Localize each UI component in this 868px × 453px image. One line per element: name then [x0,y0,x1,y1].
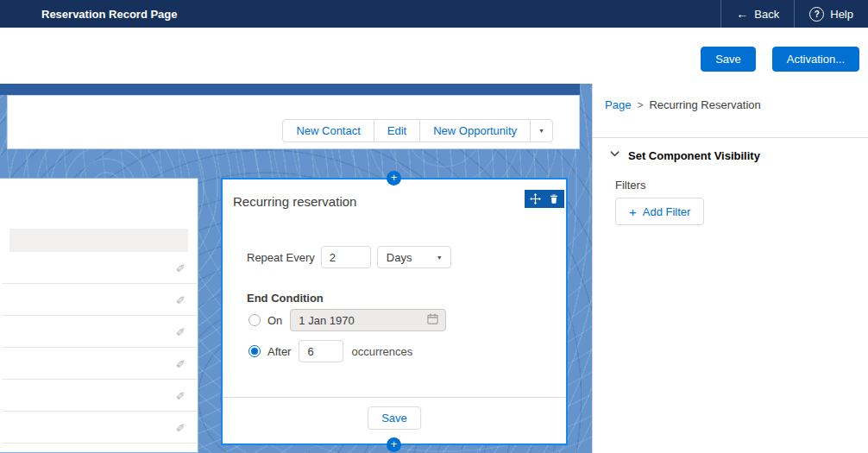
on-label: On [267,314,282,327]
edit-pencil-icon[interactable]: ✎ [174,295,187,305]
detail-section-header [9,229,188,252]
add-component-below-button[interactable]: + [387,437,401,452]
trash-icon[interactable] [549,193,559,204]
help-button[interactable]: ? Help [794,0,868,28]
app-header: Reservation Record Page ← Back ? Help [0,0,868,28]
header-actions: ← Back ? Help [720,0,868,28]
select-arrow-icon: ▼ [437,255,443,261]
chevron-down-icon: ▼ [538,128,544,134]
detail-field-list: ✎ ✎ ✎ ✎ ✎ ✎ [3,252,197,452]
help-label: Help [830,8,853,21]
add-component-above-button[interactable]: + [387,171,401,186]
add-filter-button[interactable]: + Add Filter [615,198,704,225]
detail-field-row: ✎ [3,284,197,316]
occurrences-input[interactable] [299,340,343,362]
detail-field-row: ✎ [3,380,197,412]
calendar-icon [427,313,438,327]
help-icon: ? [809,7,824,22]
chevron-down-icon [609,148,620,163]
component-toolbar [525,190,564,208]
edit-button[interactable]: Edit [374,119,420,142]
component-title: Recurring reservation [233,194,356,209]
breadcrumb: Page > Recurring Reservation [605,98,761,111]
detail-field-row: ✎ [3,348,197,380]
on-radio[interactable] [248,314,261,326]
preview-global-header [0,84,580,95]
repeat-every-label: Repeat Every [247,251,315,264]
detail-field-row: ✎ [3,412,197,444]
add-filter-label: Add Filter [643,205,691,218]
sidebar-divider [593,137,868,138]
visibility-section-header[interactable]: Set Component Visibility [609,148,760,163]
back-button[interactable]: ← Back [720,0,794,28]
page-title: Reservation Record Page [41,8,178,21]
repeat-unit-select[interactable]: Days ▼ [377,246,451,268]
on-date-input[interactable]: 1 Jan 1970 [290,309,446,331]
record-header-component[interactable]: New Contact Edit New Opportunity ▼ [7,95,580,149]
app-root: Reservation Record Page ← Back ? Help Sa… [0,0,868,453]
occurrences-label: occurrences [351,345,412,358]
filters-label: Filters [615,179,645,192]
recurring-reservation-component[interactable]: + + [221,178,568,445]
edit-pencil-icon[interactable]: ✎ [174,391,187,400]
visibility-title: Set Component Visibility [628,149,760,162]
plus-icon: + [629,205,637,218]
on-date-value: 1 Jan 1970 [299,314,354,327]
card-footer-divider [223,397,566,398]
after-label: After [267,345,291,358]
workspace: New Contact Edit New Opportunity ▼ ✎ ✎ ✎… [0,84,868,453]
end-after-row: After occurrences [248,340,412,362]
back-arrow-icon: ← [736,8,748,20]
builder-toolbar: Save Activation... [0,28,868,84]
edit-pencil-icon[interactable]: ✎ [174,263,187,273]
edit-pencil-icon[interactable]: ✎ [174,359,187,368]
repeat-unit-value: Days [387,251,412,264]
record-actions-group: New Contact Edit New Opportunity ▼ [282,119,553,142]
after-radio[interactable] [248,345,261,357]
end-condition-label: End Condition [247,292,324,305]
end-on-row: On 1 Jan 1970 [248,309,446,331]
record-detail-component[interactable]: ✎ ✎ ✎ ✎ ✎ ✎ [0,178,198,453]
save-button[interactable]: Save [701,47,756,72]
more-actions-button[interactable]: ▼ [530,119,553,142]
new-contact-button[interactable]: New Contact [282,119,374,142]
component-save-button[interactable]: Save [368,406,421,430]
back-label: Back [754,8,779,21]
move-icon[interactable] [530,193,541,204]
breadcrumb-current: Recurring Reservation [649,98,760,111]
properties-panel: Page > Recurring Reservation Set Compone… [592,84,868,453]
detail-field-row: ✎ [3,316,197,348]
new-opportunity-button[interactable]: New Opportunity [419,119,531,142]
breadcrumb-separator: > [637,99,643,111]
edit-pencil-icon[interactable]: ✎ [174,327,187,337]
edit-pencil-icon[interactable]: ✎ [174,423,187,432]
repeat-every-input[interactable] [321,246,371,268]
activation-button[interactable]: Activation... [772,47,859,72]
breadcrumb-page-link[interactable]: Page [605,98,631,111]
builder-canvas[interactable]: New Contact Edit New Opportunity ▼ ✎ ✎ ✎… [0,84,592,453]
detail-field-row: ✎ [3,252,197,284]
repeat-every-row: Repeat Every Days ▼ [247,246,451,268]
